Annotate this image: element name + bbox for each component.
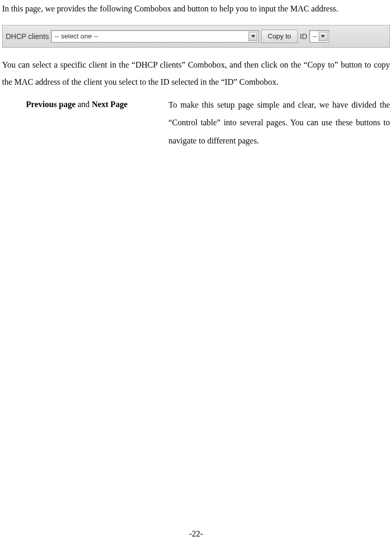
section-heading-cell: Previous page and Next Page xyxy=(2,95,168,113)
dropdown-arrow-icon[interactable] xyxy=(319,32,328,41)
page-number: -22- xyxy=(0,529,392,539)
intro-paragraph: In this page, we provides the following … xyxy=(2,0,390,18)
dhcp-clients-selected: -- select one -- xyxy=(55,32,246,40)
dhcp-clients-combobox[interactable]: -- select one -- xyxy=(51,30,259,43)
dhcp-ui-panel: DHCP clients -- select one -- Copy to ID… xyxy=(2,25,390,48)
dropdown-arrow-icon[interactable] xyxy=(249,32,257,41)
section-row: Previous page and Next Page To make this… xyxy=(2,95,390,150)
copy-to-label: Copy to xyxy=(268,32,291,40)
id-selected: -- xyxy=(313,32,317,40)
and-text: and xyxy=(75,100,92,109)
next-page-label: Next Page xyxy=(92,100,127,109)
id-combobox[interactable]: -- xyxy=(309,30,329,43)
id-label: ID xyxy=(300,32,307,41)
explain-paragraph: You can select a specific client in the … xyxy=(2,56,390,91)
dhcp-clients-label: DHCP clients xyxy=(6,32,49,41)
section-description: To make this setup page simple and clear… xyxy=(168,95,390,150)
prev-page-label: Previous page xyxy=(26,100,75,109)
copy-to-button[interactable]: Copy to xyxy=(261,30,298,43)
